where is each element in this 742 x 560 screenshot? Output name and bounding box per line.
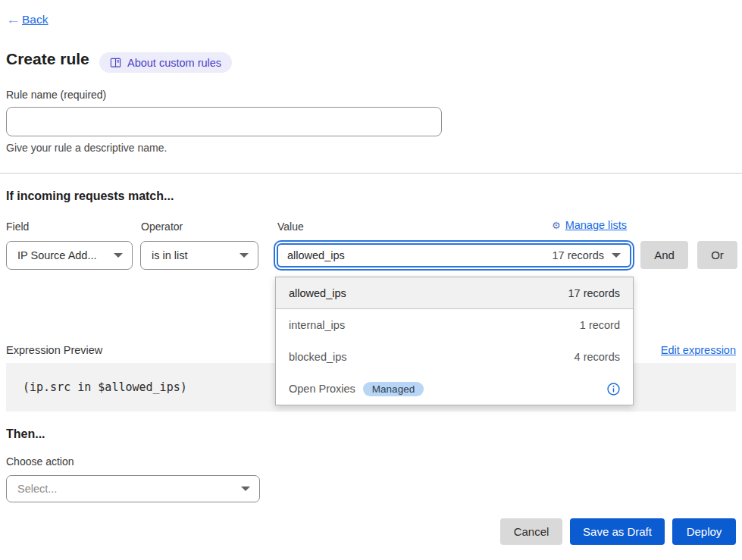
list-name: blocked_ips bbox=[289, 351, 347, 363]
dropdown-option-allowed-ips[interactable]: allowed_ips 17 records bbox=[276, 277, 633, 309]
section-divider bbox=[0, 173, 742, 174]
back-link[interactable]: ← Back bbox=[6, 12, 48, 27]
save-as-draft-button[interactable]: Save as Draft bbox=[570, 518, 665, 545]
book-icon bbox=[110, 58, 121, 68]
field-label: Field bbox=[6, 221, 29, 233]
expression-preview-label: Expression Preview bbox=[6, 344, 102, 356]
back-link-label[interactable]: Back bbox=[22, 13, 48, 27]
list-record-count: 1 record bbox=[580, 319, 620, 331]
action-select[interactable]: Select... bbox=[6, 475, 260, 502]
and-button[interactable]: And bbox=[640, 241, 688, 269]
back-arrow-icon: ← bbox=[6, 12, 20, 27]
then-section-heading: Then... bbox=[6, 427, 45, 441]
action-select-placeholder: Select... bbox=[17, 483, 57, 495]
gear-icon: ⚙ bbox=[552, 221, 561, 230]
list-record-count: 4 records bbox=[575, 351, 620, 363]
list-record-count: 17 records bbox=[568, 287, 620, 299]
list-name: allowed_ips bbox=[289, 287, 346, 299]
info-icon[interactable] bbox=[607, 383, 620, 396]
manage-lists-label[interactable]: Manage lists bbox=[565, 219, 627, 231]
list-name: Open Proxies bbox=[289, 383, 355, 395]
value-select[interactable]: allowed_ips 17 records bbox=[277, 243, 631, 267]
rule-name-label: Rule name (required) bbox=[6, 89, 106, 101]
operator-label: Operator bbox=[141, 221, 183, 233]
list-name: internal_ips bbox=[289, 319, 345, 331]
value-select-value: allowed_ips bbox=[287, 249, 345, 261]
dropdown-option-internal-ips[interactable]: internal_ips 1 record bbox=[276, 309, 633, 341]
edit-expression-link[interactable]: Edit expression bbox=[661, 344, 736, 356]
chevron-down-icon bbox=[240, 253, 249, 258]
managed-badge: Managed bbox=[363, 382, 424, 396]
chevron-down-icon bbox=[241, 486, 250, 491]
deploy-button[interactable]: Deploy bbox=[672, 518, 736, 545]
dropdown-option-open-proxies[interactable]: Open Proxies Managed bbox=[276, 373, 633, 405]
or-button[interactable]: Or bbox=[697, 241, 737, 269]
expression-code: (ip.src in $allowed_ips) bbox=[23, 380, 187, 394]
about-custom-rules-label: About custom rules bbox=[127, 57, 221, 69]
dropdown-option-blocked-ips[interactable]: blocked_ips 4 records bbox=[276, 341, 633, 373]
choose-action-label: Choose action bbox=[6, 455, 74, 468]
value-select-records-count: 17 records bbox=[552, 249, 604, 261]
manage-lists-link[interactable]: ⚙ Manage lists bbox=[552, 219, 627, 231]
rule-name-input[interactable] bbox=[6, 107, 442, 136]
match-section-heading: If incoming requests match... bbox=[6, 189, 174, 203]
operator-select-value: is in list bbox=[152, 249, 188, 261]
rule-name-helper-text: Give your rule a descriptive name. bbox=[6, 142, 167, 154]
operator-select[interactable]: is in list bbox=[140, 241, 258, 270]
cancel-button[interactable]: Cancel bbox=[500, 518, 562, 545]
chevron-down-icon bbox=[114, 253, 123, 258]
field-select-value: IP Source Add... bbox=[17, 249, 97, 261]
create-rule-page: ← Back Create rule About custom rules Ru… bbox=[0, 0, 742, 560]
chevron-down-icon bbox=[612, 253, 621, 258]
page-title: Create rule bbox=[6, 50, 89, 68]
value-label: Value bbox=[277, 221, 304, 233]
field-select[interactable]: IP Source Add... bbox=[6, 241, 133, 270]
value-dropdown-panel: allowed_ips 17 records internal_ips 1 re… bbox=[275, 277, 634, 405]
about-custom-rules-link[interactable]: About custom rules bbox=[99, 52, 232, 73]
